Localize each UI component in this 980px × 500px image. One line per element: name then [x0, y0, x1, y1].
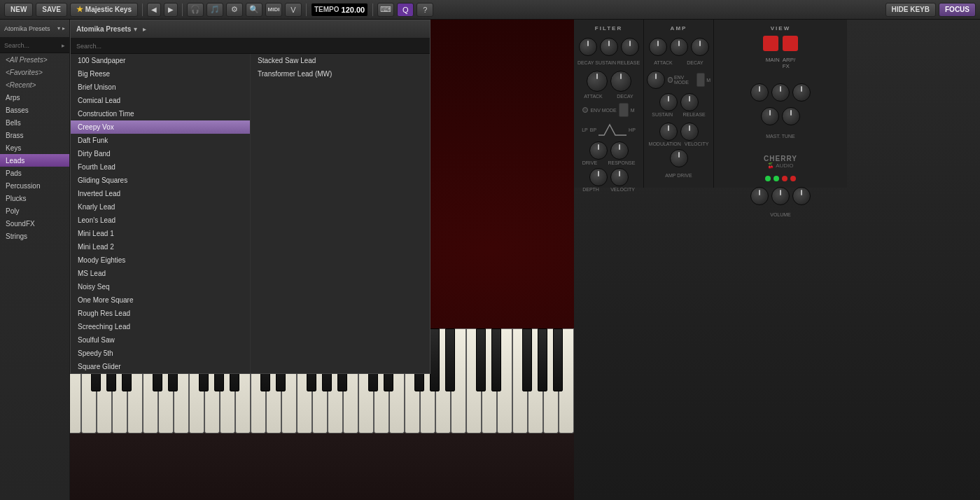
- black-key-4-3[interactable]: [538, 328, 547, 391]
- black-key-3-4[interactable]: [445, 328, 455, 391]
- sidebar-dropdown-arrow[interactable]: ▾: [57, 25, 60, 32]
- preset-item-brief-unison[interactable]: Brief Unison: [71, 81, 250, 94]
- sidebar-nav-icon[interactable]: ▸: [62, 25, 65, 32]
- amp-knob-3[interactable]: [691, 38, 709, 56]
- filter-knob-3[interactable]: [621, 38, 639, 56]
- search-icon[interactable]: 🔍: [246, 3, 262, 17]
- preset-item-leon-s-lead[interactable]: Leon's Lead: [71, 214, 250, 227]
- amp-sustain-knob[interactable]: [659, 93, 678, 111]
- preset-item-knarly-lead[interactable]: Knarly Lead: [71, 200, 250, 214]
- preset-item-square-glider[interactable]: Square Glider: [71, 360, 250, 373]
- volume-knob-1[interactable]: [750, 187, 769, 205]
- preset-item-fourth-lead[interactable]: Fourth Lead: [71, 160, 250, 174]
- sidebar-item-basses[interactable]: Basses: [0, 104, 69, 116]
- arp-fx-view-btn[interactable]: [783, 36, 798, 51]
- black-key-3-3[interactable]: [430, 328, 440, 391]
- amp-knob-2[interactable]: [670, 38, 688, 56]
- view-knob-5[interactable]: [782, 107, 800, 125]
- gear-icon[interactable]: ⚙: [226, 3, 243, 17]
- filter-knob-2[interactable]: [600, 38, 618, 56]
- sidebar-item--recent-[interactable]: <Recent>: [0, 78, 69, 91]
- amp-knob-env[interactable]: [647, 71, 665, 89]
- filter-knob-attack[interactable]: [587, 71, 608, 92]
- black-key-4-0[interactable]: [476, 328, 486, 391]
- sidebar-item-poly[interactable]: Poly: [0, 204, 69, 217]
- record-icon[interactable]: Q: [397, 3, 414, 17]
- midi-icon[interactable]: MIDI: [265, 3, 282, 17]
- preset-item-soulful-saw[interactable]: Soulful Saw: [71, 333, 250, 347]
- headphones-icon[interactable]: 🎧: [187, 3, 204, 17]
- keyboard-icon[interactable]: ⌨: [377, 3, 394, 17]
- filter-depth-knob[interactable]: [589, 168, 608, 186]
- help-icon[interactable]: ?: [416, 3, 433, 17]
- view-knob-1[interactable]: [750, 83, 769, 102]
- amp-release-knob[interactable]: [680, 93, 699, 111]
- sidebar-item-leads[interactable]: Leads: [0, 154, 69, 167]
- preset-item-screeching-lead[interactable]: Screeching Lead: [71, 320, 250, 333]
- tempo-value[interactable]: 120.00: [342, 6, 365, 14]
- preset-item-rough-res-lead[interactable]: Rough Res Lead: [71, 307, 250, 320]
- black-key-4-2[interactable]: [522, 328, 532, 391]
- preset-item-big-reese[interactable]: Big Reese: [71, 67, 250, 81]
- env-mode-btn[interactable]: [582, 107, 588, 113]
- volume-knob-2[interactable]: [771, 187, 790, 205]
- preset-item-creepy-vox[interactable]: Creepy Vox: [71, 120, 250, 134]
- new-button[interactable]: NEW: [4, 3, 33, 17]
- preset-item-one-more-square[interactable]: One More Square: [71, 293, 250, 307]
- sidebar-item--favorites-[interactable]: <Favorites>: [0, 66, 69, 78]
- search-input[interactable]: [4, 42, 59, 49]
- preset-item-mini-lead-1[interactable]: Mini Lead 1: [71, 227, 250, 240]
- sidebar-item-soundfx[interactable]: SoundFX: [0, 217, 69, 230]
- preset-item-moody-eighties[interactable]: Moody Eighties: [71, 254, 250, 267]
- sidebar-item-plucks[interactable]: Plucks: [0, 192, 69, 204]
- sidebar-item-percussion[interactable]: Percussion: [0, 179, 69, 192]
- preset-item-noisy-seq[interactable]: Noisy Seq: [71, 280, 250, 293]
- amp-vel-knob[interactable]: [680, 123, 699, 141]
- sidebar-item-arps[interactable]: Arps: [0, 91, 69, 104]
- black-key-4-4[interactable]: [553, 328, 563, 391]
- preset-item-mini-lead-2[interactable]: Mini Lead 2: [71, 240, 250, 254]
- sidebar-item--all-presets-[interactable]: <All Presets>: [0, 53, 69, 66]
- view-knob-2[interactable]: [771, 83, 790, 102]
- amp-knob-1[interactable]: [649, 38, 667, 56]
- sidebar-item-strings[interactable]: Strings: [0, 230, 69, 242]
- preset-item-daft-funk[interactable]: Daft Funk: [71, 134, 250, 147]
- preset-item-inverted-lead[interactable]: Inverted Lead: [71, 187, 250, 200]
- view-knob-4[interactable]: [761, 107, 779, 125]
- preset-item-speedy-5th[interactable]: Speedy 5th: [71, 347, 250, 360]
- dropdown-search-input[interactable]: [76, 43, 424, 50]
- sidebar-item-pads[interactable]: Pads: [0, 167, 69, 179]
- filter-response-knob[interactable]: [610, 141, 629, 160]
- save-button[interactable]: SAVE: [36, 3, 67, 17]
- sidebar-item-brass[interactable]: Brass: [0, 129, 69, 141]
- focus-button[interactable]: FOCUS: [939, 3, 976, 17]
- filter-velocity-knob[interactable]: [610, 168, 629, 186]
- amp-env-toggle[interactable]: [696, 73, 705, 87]
- preset-item-stacked-saw-lead[interactable]: Stacked Saw Lead: [251, 54, 430, 67]
- amp-env-mode-btn[interactable]: [668, 77, 673, 83]
- headphones2-icon[interactable]: 🎵: [206, 3, 223, 17]
- hide-keyb-button[interactable]: HIDE KEYB: [886, 3, 936, 17]
- env-mode-toggle[interactable]: [619, 103, 629, 117]
- amp-drive-knob[interactable]: [670, 149, 688, 167]
- main-view-btn[interactable]: [763, 36, 778, 51]
- black-key-4-1[interactable]: [491, 328, 501, 391]
- preset-item-gliding-squares[interactable]: Gliding Squares: [71, 174, 250, 187]
- preset-item-ms-lead[interactable]: MS Lead: [71, 267, 250, 280]
- amp-mod-knob[interactable]: [659, 123, 678, 141]
- sidebar-item-keys[interactable]: Keys: [0, 141, 69, 154]
- nav-fwd-button[interactable]: ▶: [164, 3, 178, 17]
- sidebar-item-bells[interactable]: Bells: [0, 116, 69, 129]
- preset-item-comical-lead[interactable]: Comical Lead: [71, 94, 250, 107]
- velocity-icon[interactable]: V: [285, 3, 302, 17]
- nav-back-button[interactable]: ◀: [147, 3, 161, 17]
- filter-knob-decay2[interactable]: [610, 71, 631, 92]
- filter-knob-decay[interactable]: [579, 38, 597, 56]
- view-knob-3[interactable]: [792, 83, 811, 102]
- star-button[interactable]: ★ Majestic Keys: [70, 3, 138, 17]
- preset-item-dirty-band[interactable]: Dirty Band: [71, 147, 250, 160]
- filter-drive-knob[interactable]: [589, 141, 608, 160]
- preset-item-construction-time[interactable]: Construction Time: [71, 107, 250, 120]
- preset-item-100-sandpaper[interactable]: 100 Sandpaper: [71, 54, 250, 67]
- preset-item-transformer-lead--mw-[interactable]: Transformer Lead (MW): [251, 67, 430, 81]
